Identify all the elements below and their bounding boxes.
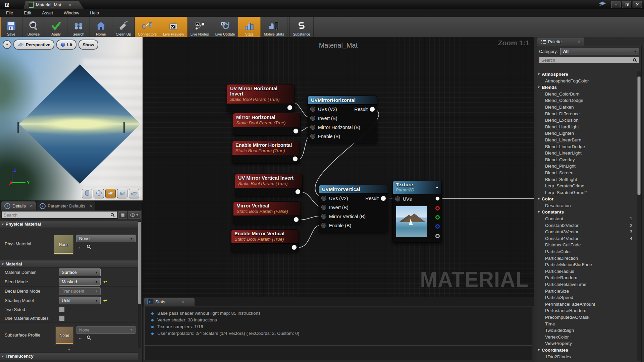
tab-parameter-defaults-close-icon[interactable]: ✕ [89, 204, 92, 208]
input-pin-uvs[interactable] [395, 196, 400, 201]
palette-item-blend-linearlight[interactable]: Blend_LinearLight [537, 150, 637, 157]
palette-item-atmosphericfogcolor[interactable]: AtmosphericFogColor [537, 78, 637, 84]
output-pin[interactable] [291, 245, 297, 250]
palette-item-vertexcolor[interactable]: VertexColor [537, 334, 637, 341]
subsurface-profile-thumbnail[interactable]: None [55, 326, 74, 345]
palette-item-blend-screen[interactable]: Blend_Screen [537, 170, 637, 176]
toolbar-button-connectors[interactable]: Connectors [135, 17, 160, 37]
asset-tab-close-icon[interactable]: ✕ [68, 3, 71, 7]
input-pin-enable-b[interactable] [310, 134, 315, 139]
toolbar-button-search[interactable]: Search [67, 17, 90, 37]
menu-file[interactable]: File [6, 10, 13, 15]
palette-item-particlemotionblurfade[interactable]: ParticleMotionBlurFade [537, 261, 637, 268]
input-pin-uvs-v2[interactable] [310, 107, 315, 112]
toolbar-button-substance[interactable]: Substance [289, 17, 314, 37]
preview-shape-cylinder-button[interactable] [82, 189, 92, 198]
input-pin-enable-b[interactable] [321, 223, 326, 228]
output-pin-a[interactable] [435, 234, 440, 238]
output-pin[interactable] [295, 189, 301, 194]
palette-item-particledirection[interactable]: ParticleDirection [537, 255, 637, 262]
palette-item-twosidedsign[interactable]: TwoSidedSign [537, 327, 637, 334]
palette-item-lerp-scratchgrime[interactable]: Lerp_ScratchGrime [537, 183, 637, 189]
input-pin-uvs-v2[interactable] [321, 196, 326, 201]
toolbar-button-live-preview[interactable]: Live Preview [160, 17, 187, 37]
toolbar-button-mobile-stats[interactable]: Mobile Stats [261, 17, 287, 37]
material-domain-dropdown[interactable]: Surface▼ [59, 268, 101, 276]
node-uvmirrorvertical[interactable]: UVMirrorVerticalUVs (V2)ResultInvert (B)… [319, 185, 388, 232]
palette-item-blend-lineardodge[interactable]: Blend_LinearDodge [537, 143, 637, 150]
palette-item-viewproperty[interactable]: ViewProperty [537, 340, 637, 347]
palette-item-perinstancerandom[interactable]: PerInstanceRandom [537, 307, 637, 314]
toolbar-button-save[interactable]: Save [0, 17, 22, 37]
output-pin-rgb[interactable] [435, 196, 440, 201]
palette-item-constant4vector[interactable]: Constant4Vector4 [537, 235, 637, 242]
toolbar-button-home[interactable]: Home [90, 17, 112, 37]
close-button[interactable]: ✕ [633, 1, 642, 8]
tab-parameter-defaults[interactable]: i Parameter Defaults ✕ [37, 201, 95, 210]
toolbar-button-clean-up[interactable]: Clean Up [112, 17, 135, 37]
toolbar-button-apply[interactable]: Apply [45, 17, 67, 37]
input-pin-mirror-vertical-b[interactable] [321, 214, 326, 219]
menu-help[interactable]: Help [90, 10, 99, 15]
palette-item-particlerelativetime[interactable]: ParticleRelativeTime [537, 281, 637, 288]
palette-item-constant[interactable]: Constant1 [537, 216, 637, 222]
phys-material-thumbnail[interactable]: None [54, 235, 74, 255]
palette-item-blend-hardlight[interactable]: Blend_HardLight [537, 124, 637, 130]
expand-advanced-icon[interactable]: ▼ [0, 347, 138, 352]
palette-item-blend-exclusion[interactable]: Blend_Exclusion [537, 117, 637, 124]
material-graph-canvas[interactable]: Material_Mat Zoom 1:1 UV Mirror Horizont… [143, 37, 534, 297]
minimize-button[interactable]: − [611, 1, 621, 8]
palette-item-particlesize[interactable]: ParticleSize [537, 288, 637, 295]
toolbar-button-live-update[interactable]: Live Update [212, 17, 238, 37]
palette-item-1dto3dindex[interactable]: 1Dto3DIndex [537, 360, 637, 361]
palette-item-blend-linearburn[interactable]: Blend_LinearBurn [537, 137, 637, 143]
use-selected-arrow-icon[interactable]: ← [78, 244, 83, 250]
show-button[interactable]: Show [78, 40, 98, 50]
lit-button[interactable]: Lit [56, 40, 76, 50]
view-options-button[interactable]: ▼ [128, 211, 141, 219]
palette-item-time[interactable]: Time [537, 321, 637, 327]
palette-item-constant3vector[interactable]: Constant3Vector3 [537, 229, 637, 235]
palette-item-1dto2dindex[interactable]: 1Dto2DIndex [537, 354, 637, 360]
palette-category-coordinates[interactable]: Coordinates [537, 347, 637, 354]
section-translucency[interactable]: ▾ Translucency [0, 352, 138, 360]
palette-scrollbar[interactable] [637, 71, 641, 361]
use-selected-arrow-icon[interactable]: ← [78, 335, 83, 341]
palette-item-blend-darken[interactable]: Blend_Darken [537, 104, 637, 111]
node-uvmirrorhorizontal[interactable]: UVMirrorHorizontalUVs (V2)ResultInvert (… [308, 96, 377, 143]
palette-category-dropdown[interactable]: All ▼ [560, 48, 639, 55]
palette-item-lerp-scratchgrime2[interactable]: Lerp_ScratchGrime2 [537, 189, 637, 196]
perspective-button[interactable]: Perspective [13, 40, 54, 50]
preview-shape-sphere-button[interactable] [94, 189, 104, 198]
reset-to-default-icon[interactable]: ↩ [103, 279, 107, 284]
use-material-attributes-checkbox[interactable] [59, 315, 65, 321]
collapse-icon[interactable]: ▲ [435, 185, 439, 189]
tab-palette[interactable]: Palette ✕ [537, 38, 584, 46]
output-pin[interactable] [293, 217, 299, 222]
section-material[interactable]: ▾ Material [0, 260, 138, 268]
palette-search-input[interactable]: Search [539, 57, 639, 63]
preview-viewport[interactable]: ▼ Perspective Lit Show Z Y X [0, 37, 143, 200]
reset-to-default-icon[interactable]: ↩ [103, 298, 107, 303]
palette-category-color[interactable]: Color [537, 196, 637, 202]
result-pin[interactable] [370, 107, 375, 112]
input-pin-mirror-horizontal-b[interactable] [310, 125, 315, 130]
tab-palette-close-icon[interactable]: ✕ [578, 40, 581, 44]
palette-category-constants[interactable]: Constants [537, 209, 637, 216]
palette-scrollbar-thumb[interactable] [637, 76, 641, 195]
node-uv-mirror-horizontal-invert[interactable]: UV Mirror Horizontal InvertStatic Bool P… [227, 84, 294, 112]
tab-stats[interactable]: ▸ Stats ✕ [144, 298, 195, 306]
node-mirror-horizontal[interactable]: Mirror HorizontalStatic Bool Param (True… [233, 113, 301, 136]
details-scrollbar-thumb[interactable] [138, 222, 141, 304]
details-search-input[interactable]: Search [1, 211, 117, 219]
palette-item-blend-colordodge[interactable]: Blend_ColorDodge [537, 97, 637, 104]
menu-window[interactable]: Window [64, 10, 79, 15]
palette-item-particleradius[interactable]: ParticleRadius [537, 268, 637, 275]
blend-mode-dropdown[interactable]: Masked▼ [59, 278, 101, 286]
palette-item-distancecullfade[interactable]: DistanceCullFade [537, 242, 637, 248]
preview-shape-cube-button[interactable] [117, 189, 127, 198]
result-pin[interactable] [381, 196, 386, 201]
tab-details[interactable]: i Details ✕ [1, 201, 36, 210]
output-pin-b[interactable] [435, 224, 440, 229]
asset-tab[interactable]: Material_Mat ✕ [23, 1, 84, 9]
